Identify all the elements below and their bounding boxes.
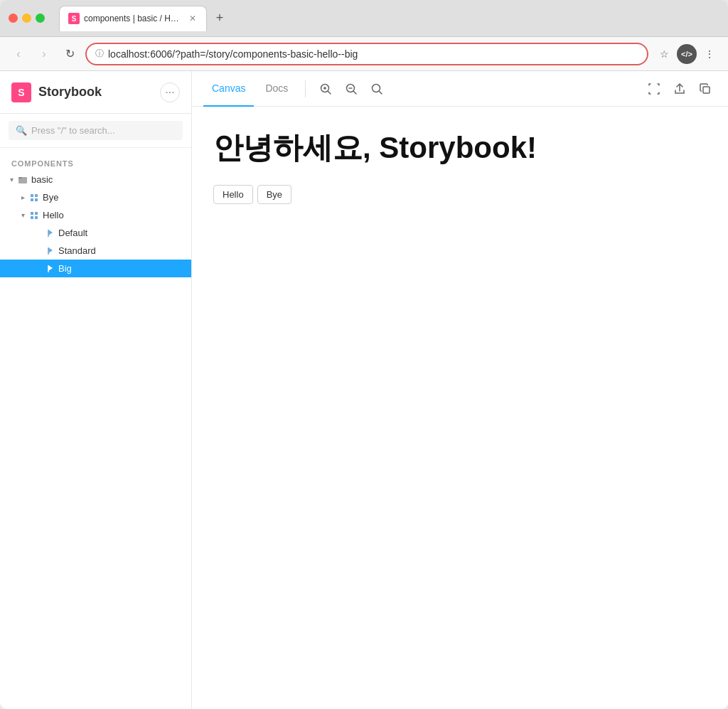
title-bar: S components | basic / Hello - B... ✕ + bbox=[0, 0, 728, 37]
new-tab-button[interactable]: + bbox=[210, 9, 230, 28]
maximize-button[interactable] bbox=[36, 14, 45, 23]
svg-rect-4 bbox=[31, 198, 33, 201]
sidebar-item-standard[interactable]: ▸ Standard bbox=[0, 242, 191, 260]
zoom-out-button[interactable] bbox=[340, 78, 363, 100]
sidebar-search: 🔍 bbox=[0, 114, 191, 148]
hello-button[interactable]: Hello bbox=[213, 185, 253, 204]
main-content: Canvas Docs bbox=[192, 71, 728, 709]
nav-bar: ‹ › ↻ ⓘ localhost:6006/?path=/story/comp… bbox=[0, 37, 728, 71]
components-section-title: COMPONENTS bbox=[0, 154, 191, 171]
forward-button[interactable]: › bbox=[34, 44, 54, 64]
svg-rect-8 bbox=[31, 216, 33, 219]
storybook-logo: S bbox=[11, 82, 31, 102]
sidebar-item-big[interactable]: ▸ Big bbox=[0, 260, 191, 277]
nav-actions: ☆ </> ⋮ bbox=[654, 44, 719, 64]
svg-rect-7 bbox=[35, 212, 38, 215]
default-label: Default bbox=[58, 228, 186, 238]
svg-rect-6 bbox=[31, 212, 33, 215]
svg-rect-3 bbox=[35, 194, 38, 197]
svg-line-15 bbox=[354, 91, 357, 94]
zoom-reset-button[interactable] bbox=[365, 78, 388, 100]
sidebar-nav: COMPONENTS ▾ basic ▸ bbox=[0, 148, 191, 709]
browser-window: S components | basic / Hello - B... ✕ + … bbox=[0, 0, 728, 709]
tab-title: components | basic / Hello - B... bbox=[84, 14, 183, 23]
svg-line-18 bbox=[380, 91, 382, 94]
story-heading: 안녕하세요, Storybook! bbox=[213, 128, 707, 168]
more-button[interactable]: ⋮ bbox=[700, 44, 719, 64]
sidebar-item-basic[interactable]: ▾ basic bbox=[0, 171, 191, 188]
canvas-area: 안녕하세요, Storybook! Hello Bye bbox=[192, 107, 728, 709]
tab-bar: S components | basic / Hello - B... ✕ + bbox=[59, 6, 719, 31]
share-button[interactable] bbox=[668, 78, 691, 100]
tab-favicon: S bbox=[68, 13, 80, 24]
component-icon bbox=[30, 193, 38, 202]
active-tab[interactable]: S components | basic / Hello - B... ✕ bbox=[59, 6, 207, 31]
sidebar-item-default[interactable]: ▸ Default bbox=[0, 224, 191, 242]
sidebar-brand: Storybook bbox=[38, 85, 153, 100]
component-icon bbox=[30, 211, 38, 220]
refresh-button[interactable]: ↻ bbox=[60, 44, 80, 64]
svg-point-17 bbox=[373, 84, 380, 92]
sidebar-more-button[interactable]: ··· bbox=[160, 82, 180, 102]
address-info-icon: ⓘ bbox=[95, 48, 104, 60]
svg-rect-19 bbox=[703, 87, 710, 93]
address-bar[interactable]: ⓘ localhost:6006/?path=/story/components… bbox=[85, 43, 648, 65]
basic-label: basic bbox=[31, 174, 186, 185]
big-label: Big bbox=[58, 263, 186, 274]
bye-label: Bye bbox=[43, 192, 186, 203]
copy-button[interactable] bbox=[694, 78, 717, 100]
app-container: S Storybook ··· 🔍 COMPONENTS ▾ bbox=[0, 71, 728, 709]
story-icon bbox=[47, 247, 54, 255]
close-button[interactable] bbox=[9, 14, 18, 23]
zoom-in-button[interactable] bbox=[314, 78, 337, 100]
standard-label: Standard bbox=[58, 245, 186, 256]
profile-button[interactable]: </> bbox=[677, 44, 697, 64]
expand-button[interactable] bbox=[643, 78, 665, 100]
traffic-lights bbox=[9, 14, 45, 23]
chevron-right-icon: ▸ bbox=[17, 193, 28, 201]
tab-docs[interactable]: Docs bbox=[257, 71, 296, 107]
story-button-group: Hello Bye bbox=[213, 185, 707, 204]
back-button[interactable]: ‹ bbox=[9, 44, 28, 64]
chevron-down-icon: ▾ bbox=[6, 176, 17, 183]
svg-rect-5 bbox=[35, 198, 38, 201]
bye-button[interactable]: Bye bbox=[257, 185, 291, 204]
toolbar: Canvas Docs bbox=[192, 71, 728, 107]
address-text: localhost:6006/?path=/story/components-b… bbox=[108, 48, 638, 60]
search-icon: 🔍 bbox=[16, 125, 27, 136]
sidebar-header: S Storybook ··· bbox=[0, 71, 191, 114]
chevron-down-icon: ▾ bbox=[17, 211, 28, 219]
star-button[interactable]: ☆ bbox=[654, 44, 674, 64]
svg-line-11 bbox=[328, 91, 331, 94]
toolbar-divider bbox=[305, 80, 306, 97]
hello-label: Hello bbox=[43, 210, 186, 220]
minimize-button[interactable] bbox=[22, 14, 31, 23]
svg-rect-9 bbox=[35, 216, 38, 219]
svg-rect-1 bbox=[18, 177, 22, 178]
story-icon-active bbox=[47, 265, 54, 273]
sidebar: S Storybook ··· 🔍 COMPONENTS ▾ bbox=[0, 71, 192, 709]
tab-canvas[interactable]: Canvas bbox=[203, 71, 254, 107]
svg-rect-2 bbox=[31, 194, 33, 197]
sidebar-item-hello[interactable]: ▾ Hello bbox=[0, 206, 191, 224]
story-icon bbox=[47, 229, 54, 238]
search-wrapper: 🔍 bbox=[9, 121, 183, 140]
tab-close-button[interactable]: ✕ bbox=[188, 14, 198, 23]
folder-icon bbox=[18, 176, 27, 184]
sidebar-item-bye[interactable]: ▸ Bye bbox=[0, 188, 191, 206]
search-input[interactable] bbox=[31, 125, 176, 136]
